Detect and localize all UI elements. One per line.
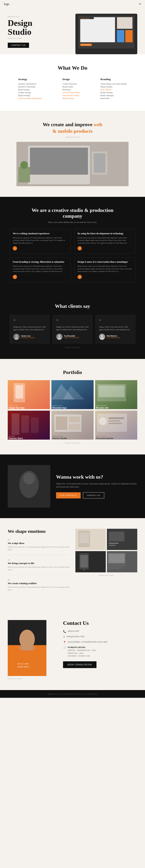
- step-1-num: 01.: [8, 539, 69, 541]
- svg-text:STORES: STORES: [9, 436, 16, 437]
- emotions-left: We shape emotions 01. We sculpt ideas Do…: [8, 529, 69, 599]
- svg-rect-15: [18, 167, 30, 182]
- hero-image: Meet the family Design Studio: [69, 14, 137, 54]
- hero-title-line1: Design: [8, 18, 32, 28]
- hero-title-line2: Studio: [8, 27, 31, 37]
- step-2: 02. We bring concepts to life Dolam fauc…: [8, 559, 69, 575]
- portfolio-item-5[interactable]: WEB DESIGN Interior Studio: [52, 411, 93, 440]
- author-3-info: Bob Roberts SALES MANAGER: [107, 335, 120, 339]
- hero-about-label: ABOUT US: [8, 16, 65, 18]
- svg-rect-38: [98, 385, 124, 397]
- portfolio-image-credit: Images from Freepik: [8, 442, 137, 444]
- branding-item: Visual identity and Verbal identity: [100, 83, 127, 85]
- feature-card-1: We're crafting emotional experiences Dol…: [10, 229, 70, 254]
- strategy-item: Digital Strategy: [18, 94, 42, 96]
- step-2-desc: Dolam faucal a placerat orci nulla pelle…: [8, 566, 69, 571]
- email-icon: ✉: [63, 636, 65, 639]
- work-content: Wanna work with us? Simple Text. Lorem i…: [56, 474, 137, 498]
- contact-section: We are a Web Design Agency Image from Fr…: [0, 610, 145, 690]
- svg-rect-58: [109, 420, 120, 422]
- creative-studio-section: We are a creative studio & production co…: [0, 197, 145, 293]
- design-item-orange: UI/UX & Web Design: [62, 91, 80, 94]
- mockup-4: [107, 551, 137, 572]
- clients-section: What clients say " Sample text. Click to…: [0, 293, 145, 359]
- emotions-right: Images from Freepik: [76, 529, 137, 576]
- portfolio-item-6[interactable]: WEB DESIGN Personal website: [95, 411, 137, 440]
- svg-point-86: [21, 630, 33, 641]
- testimonials-grid: " Sample text. Click to select the text …: [10, 315, 135, 344]
- branding-item: Brand campaigns: [100, 94, 127, 96]
- clock-icon: 🕐: [63, 646, 66, 649]
- clients-image-credit: Images from Freepik: [10, 346, 135, 348]
- design-item: Brand Guides: [62, 86, 80, 88]
- work-portfolio-button[interactable]: OUR PORTFOLIO: [56, 492, 81, 498]
- svg-rect-80: [108, 567, 121, 569]
- work-title: Wanna work with us?: [56, 474, 137, 480]
- services-grid: Strategy Analytics and Research Interact…: [10, 78, 135, 100]
- portfolio-item-4[interactable]: STORES Fashion Store: [8, 411, 50, 440]
- author-3-name: Bob Roberts: [107, 335, 120, 337]
- hero-contact-button[interactable]: CONTACT US: [8, 43, 29, 48]
- svg-text:WEB DESIGN: WEB DESIGN: [52, 436, 63, 437]
- clients-title: What clients say: [10, 303, 135, 309]
- hours-label: WORKING HOURS:: [68, 646, 96, 648]
- svg-rect-4: [117, 30, 124, 42]
- web-mobile-section: We create and improve web& mobile produc…: [0, 111, 145, 197]
- work-contact-button[interactable]: CONTACT US: [83, 492, 104, 498]
- svg-rect-57: [109, 417, 124, 419]
- creative-studio-subtitle: These core values define who we are and …: [10, 221, 135, 223]
- design-item-orange: Motion Design: [62, 97, 80, 99]
- contact-woman-image: We are a Web Design Agency: [8, 620, 47, 676]
- svg-text:Mountain App: Mountain App: [52, 407, 66, 409]
- svg-point-64: [23, 473, 35, 484]
- work-description: Simple Text. Lorem ipsum dolor sit amet,…: [56, 482, 137, 489]
- web-mobile-image: [17, 142, 128, 186]
- strategy-item-orange: Conversion Rate Optimization: [18, 97, 42, 99]
- author-1-role: BUSINESS OWNER: [21, 337, 34, 339]
- strategy-item: Content Strategy: [18, 91, 42, 94]
- testimonial-1: " Sample text. Click to select the text …: [10, 315, 50, 344]
- author-3-role: SALES MANAGER: [107, 337, 120, 339]
- quote-icon-1: ": [13, 319, 46, 324]
- contact-consult-button[interactable]: BOOK CONSULTATION: [63, 661, 96, 668]
- svg-rect-74: [80, 555, 88, 567]
- feature-card-2: By using the latest developments in tech…: [75, 229, 135, 254]
- testimonial-3-text: Uiquer. Click to select the text box. Cl…: [99, 326, 132, 331]
- web-mobile-credit: Image from Freepik: [10, 136, 135, 138]
- feature-4-title: Design is more of a conversation than a …: [78, 260, 132, 264]
- testimonial-1-text: Sample text. Click to select the text bo…: [13, 326, 46, 331]
- strategy-item: Interactive Workshops: [18, 86, 42, 88]
- strategy-item: Analytics and Research: [18, 83, 42, 85]
- contact-image-credit: Image from Freepik: [8, 678, 57, 679]
- contact-hours: 🕐 WORKING HOURS: MONDAY – THURSDAY 9:00 …: [63, 646, 137, 657]
- svg-rect-51: [69, 424, 80, 430]
- svg-rect-67: [79, 533, 89, 543]
- contact-content: Contact Us 📞 (000)333-4997 ✉ INFO@GMAIL.…: [63, 620, 137, 668]
- emotions-image-credit: Images from Freepik: [76, 574, 137, 576]
- portfolio-item-1[interactable]: MOBILE APP Happy Day App.: [8, 380, 50, 409]
- svg-text:Design Agency: Design Agency: [18, 666, 29, 668]
- portfolio-item-3[interactable]: WEB DESIGN Recipes site: [95, 380, 137, 409]
- svg-rect-87: [21, 640, 33, 650]
- svg-rect-79: [108, 565, 125, 566]
- portfolio-grid: MOBILE APP Happy Day App. MOBILE APP Mou…: [8, 380, 137, 440]
- portfolio-section: Portfolio MOBILE APP Happy Day App. MOBI…: [0, 359, 145, 455]
- hamburger-icon[interactable]: ≡: [139, 2, 141, 6]
- hero-laptop-mockup: Meet the family Design Studio: [76, 14, 137, 54]
- features-grid: We're crafting emotional experiences Dol…: [10, 229, 135, 282]
- svg-rect-49: [56, 416, 67, 430]
- feature-1-number: 1: [13, 246, 17, 250]
- svg-rect-44: [31, 417, 39, 433]
- hero-content: ABOUT US Design Studio Image from Freepi…: [8, 14, 65, 48]
- svg-text:Personal website: Personal website: [96, 437, 114, 439]
- contact-title: Contact Us: [63, 620, 137, 626]
- contact-phone-text: (000)333-4997: [68, 630, 79, 632]
- feature-1-title: We're crafting emotional experiences: [13, 232, 67, 235]
- feature-1-text: Dolam faucal a placerat orci nulla pelle…: [13, 237, 67, 245]
- step-3-title: We create winning realities: [8, 582, 69, 585]
- author-1-avatar: [13, 334, 20, 340]
- feature-4-number: 4: [78, 275, 82, 279]
- feature-2-text: Dolam faucal a placerat orci nulla pelle…: [78, 237, 132, 245]
- svg-text:WEB DESIGN: WEB DESIGN: [96, 436, 107, 437]
- portfolio-item-2[interactable]: MOBILE APP Mountain App: [52, 380, 93, 409]
